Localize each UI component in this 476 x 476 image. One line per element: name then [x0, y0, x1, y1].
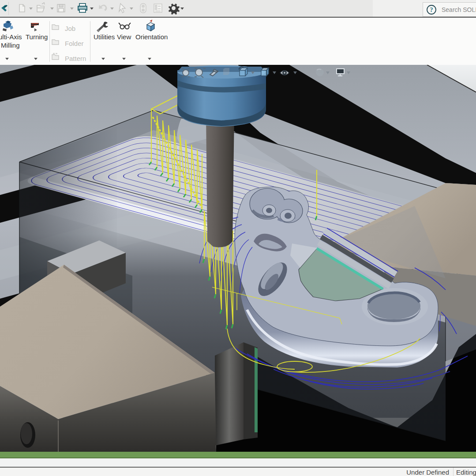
svg-text:?: ? — [430, 7, 433, 13]
